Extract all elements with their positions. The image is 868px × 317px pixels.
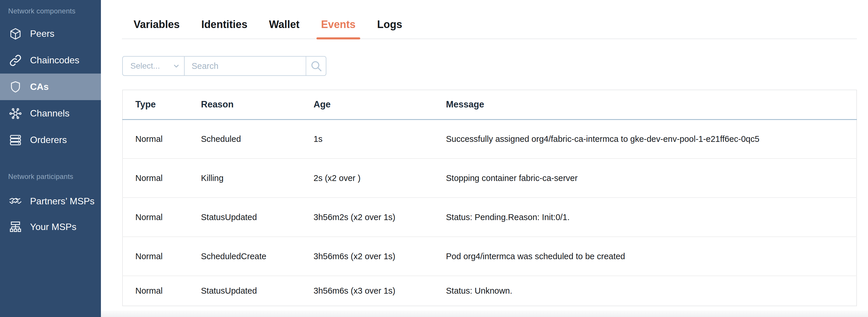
sidebar-item-label: CAs — [30, 81, 49, 92]
cell-reason: ScheduledCreate — [201, 237, 314, 276]
sidebar-item-orderers[interactable]: Orderers — [0, 127, 101, 153]
cell-age: 1s — [314, 119, 446, 158]
cell-message: Pod org4/intermca was scheduled to be cr… — [446, 237, 857, 276]
sidebar: Network components Peers Chaincodes — [0, 0, 101, 317]
cube-icon — [9, 27, 22, 40]
table-row: Normal Scheduled 1s Successfully assigne… — [123, 119, 857, 158]
server-stack-icon — [9, 134, 22, 147]
column-header-type: Type — [123, 90, 201, 119]
column-header-age: Age — [314, 90, 446, 119]
network-hub-icon — [9, 107, 22, 120]
column-header-message: Message — [446, 90, 857, 119]
table-row: Normal StatusUpdated 3h56m2s (x2 over 1s… — [123, 198, 857, 237]
sidebar-item-chaincodes[interactable]: Chaincodes — [0, 47, 101, 74]
sidebar-item-partners-msps[interactable]: Partners’ MSPs — [0, 188, 101, 214]
page-bottom-strip — [101, 311, 868, 317]
cell-age: 3h56m6s (x3 over 1s) — [314, 276, 446, 306]
sidebar-item-your-msps[interactable]: Your MSPs — [0, 214, 101, 240]
cell-age: 3h56m2s (x2 over 1s) — [314, 198, 446, 237]
search-button[interactable] — [306, 57, 326, 75]
cell-type: Normal — [123, 119, 201, 158]
tab-logs[interactable]: Logs — [377, 18, 402, 38]
sidebar-item-channels[interactable]: Channels — [0, 100, 101, 127]
column-header-reason: Reason — [201, 90, 314, 119]
sidebar-section-network-components: Network components — [8, 7, 101, 15]
cell-message: Stopping container fabric-ca-server — [446, 158, 857, 198]
sidebar-item-peers[interactable]: Peers — [0, 21, 101, 47]
tab-wallet[interactable]: Wallet — [269, 18, 300, 38]
cell-age: 2s (x2 over ) — [314, 158, 446, 198]
cell-age: 3h56m6s (x2 over 1s) — [314, 237, 446, 276]
org-chart-icon — [9, 220, 22, 233]
chain-link-icon — [9, 54, 22, 67]
filter-bar: Select... — [122, 56, 327, 76]
search-input[interactable] — [185, 57, 306, 75]
cell-reason: Killing — [201, 158, 314, 198]
cell-type: Normal — [123, 237, 201, 276]
sidebar-item-label: Orderers — [30, 135, 67, 145]
sidebar-section-network-participants: Network participants — [8, 173, 101, 181]
sidebar-item-label: Partners’ MSPs — [30, 196, 94, 207]
tab-bar: Variables Identities Wallet Events Logs — [122, 0, 857, 39]
cell-message: Status: Pending.Reason: Init:0/1. — [446, 198, 857, 237]
cell-message: Status: Unknown. — [446, 276, 857, 306]
sidebar-item-label: Peers — [30, 28, 55, 39]
cell-message: Successfully assigned org4/fabric-ca-int… — [446, 119, 857, 158]
sidebar-item-label: Chaincodes — [30, 55, 79, 66]
table-row: Normal StatusUpdated 3h56m6s (x3 over 1s… — [123, 276, 857, 306]
sidebar-nav-participants: Partners’ MSPs Your MSPs — [0, 188, 101, 240]
tab-variables[interactable]: Variables — [133, 18, 180, 38]
cell-type: Normal — [123, 276, 201, 306]
table-row: Normal ScheduledCreate 3h56m6s (x2 over … — [123, 237, 857, 276]
cell-type: Normal — [123, 198, 201, 237]
table-header-row: Type Reason Age Message — [123, 90, 857, 119]
table-row: Normal Killing 2s (x2 over ) Stopping co… — [123, 158, 857, 198]
cell-reason: StatusUpdated — [201, 276, 314, 306]
events-table: Type Reason Age Message Normal Scheduled… — [122, 90, 857, 306]
filter-select-value: Select... — [130, 61, 160, 70]
cell-reason: Scheduled — [201, 119, 314, 158]
sidebar-item-cas[interactable]: CAs — [0, 74, 101, 100]
chevron-down-icon — [173, 62, 180, 70]
cell-type: Normal — [123, 158, 201, 198]
cell-reason: StatusUpdated — [201, 198, 314, 237]
tab-events[interactable]: Events — [321, 18, 355, 38]
search-icon — [310, 60, 322, 73]
main-content: Variables Identities Wallet Events Logs … — [101, 0, 868, 317]
sidebar-nav: Peers Chaincodes CAs — [0, 21, 101, 153]
shield-icon — [9, 80, 22, 94]
tab-identities[interactable]: Identities — [201, 18, 247, 38]
filter-select[interactable]: Select... — [123, 57, 185, 75]
sidebar-item-label: Your MSPs — [30, 222, 76, 232]
handshake-icon — [9, 194, 22, 208]
sidebar-item-label: Channels — [30, 108, 69, 119]
